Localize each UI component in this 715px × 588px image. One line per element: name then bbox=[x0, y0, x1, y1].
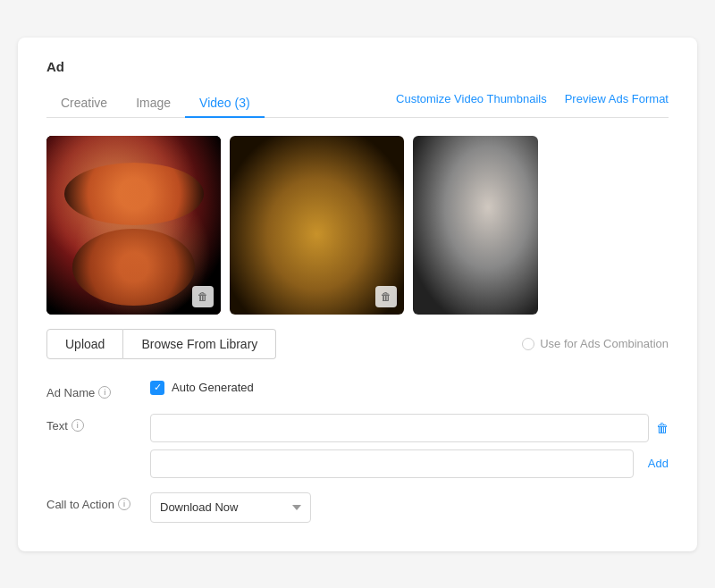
text-info-icon[interactable]: i bbox=[72, 419, 84, 432]
video-thumb-1[interactable]: 🗑 bbox=[46, 136, 221, 315]
video-bg-flour bbox=[413, 136, 538, 315]
call-to-action-controls: Download Now Learn More Sign Up Shop Now… bbox=[150, 492, 669, 523]
form-section: Ad Name i ✓ Auto Generated Text i bbox=[46, 381, 669, 523]
delete-video-1-button[interactable]: 🗑 bbox=[192, 286, 214, 307]
call-to-action-info-icon[interactable]: i bbox=[118, 498, 130, 510]
add-text-link[interactable]: Add bbox=[648, 457, 669, 470]
call-to-action-row: Call to Action i Download Now Learn More… bbox=[46, 492, 669, 523]
delete-video-2-button[interactable]: 🗑 bbox=[375, 286, 397, 307]
tab-creative[interactable]: Creative bbox=[46, 88, 122, 117]
ads-combo-radio[interactable] bbox=[522, 338, 534, 350]
auto-generated-checkbox-row: ✓ Auto Generated bbox=[150, 381, 669, 395]
ad-name-info-icon[interactable]: i bbox=[98, 386, 111, 399]
tab-actions: Customize Video Thumbnails Preview Ads F… bbox=[396, 92, 669, 113]
ad-card: Ad Creative Image Video (3) Customize Vi… bbox=[18, 38, 697, 551]
ad-name-label: Ad Name i bbox=[46, 381, 136, 399]
text-input-2[interactable] bbox=[150, 449, 634, 478]
upload-row: Upload Browse From Library Use for Ads C… bbox=[46, 329, 669, 359]
tab-bar: Creative Image Video (3) Customize Video… bbox=[46, 88, 669, 118]
delete-text-1-icon[interactable]: 🗑 bbox=[656, 421, 669, 435]
video-thumbnails-row: 🗑 🗑 bbox=[46, 136, 669, 315]
customize-thumbnails-link[interactable]: Customize Video Thumbnails bbox=[396, 92, 547, 105]
video-thumb-3[interactable] bbox=[413, 136, 538, 315]
video-thumb-2[interactable]: 🗑 bbox=[230, 136, 404, 315]
text-controls: 🗑 Add bbox=[150, 414, 669, 478]
page-title: Ad bbox=[46, 59, 669, 74]
call-to-action-select[interactable]: Download Now Learn More Sign Up Shop Now… bbox=[150, 492, 311, 523]
tab-video[interactable]: Video (3) bbox=[185, 88, 265, 117]
text-row: Text i 🗑 Add bbox=[46, 414, 669, 478]
upload-button[interactable]: Upload bbox=[46, 329, 123, 359]
auto-generated-label: Auto Generated bbox=[172, 381, 254, 394]
preview-ads-link[interactable]: Preview Ads Format bbox=[565, 92, 669, 105]
check-icon: ✓ bbox=[154, 382, 162, 393]
text-input-1[interactable] bbox=[150, 414, 649, 442]
browse-library-button[interactable]: Browse From Library bbox=[123, 329, 276, 359]
tab-image[interactable]: Image bbox=[122, 88, 185, 117]
text-input-row-2: Add bbox=[150, 449, 669, 478]
text-input-row-1: 🗑 bbox=[150, 414, 669, 442]
ad-name-controls: ✓ Auto Generated bbox=[150, 381, 669, 395]
ad-name-row: Ad Name i ✓ Auto Generated bbox=[46, 381, 669, 399]
text-label: Text i bbox=[46, 414, 136, 433]
auto-generated-checkbox[interactable]: ✓ bbox=[150, 381, 164, 395]
ads-combination-option: Use for Ads Combination bbox=[522, 337, 669, 350]
call-to-action-label: Call to Action i bbox=[46, 492, 136, 511]
